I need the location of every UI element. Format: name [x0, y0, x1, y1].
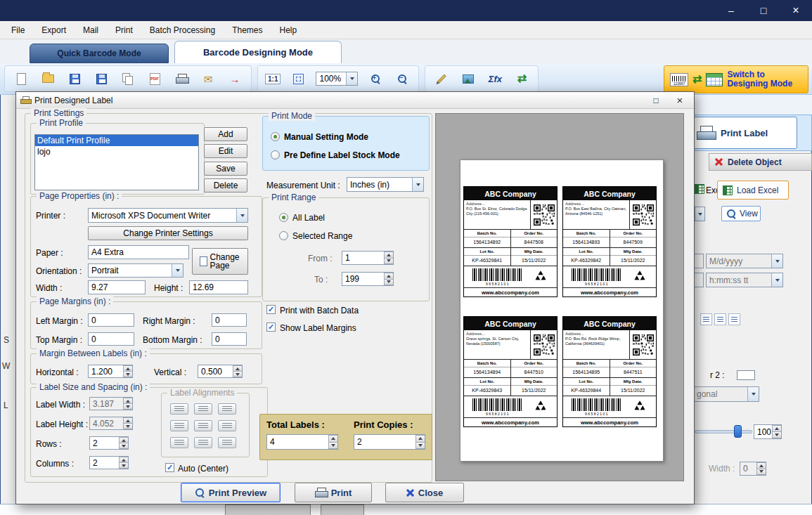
opacity-slider-track[interactable] [695, 430, 752, 433]
save-as-icon[interactable] [92, 70, 110, 88]
menu-batch-processing[interactable]: Batch Processing [141, 22, 224, 38]
swap-button[interactable]: ⇄ [513, 70, 531, 88]
slider-value-spinner[interactable]: 100 [754, 424, 782, 439]
predefine-stock-radio[interactable] [271, 150, 280, 159]
change-page-button[interactable]: Change Page [192, 248, 248, 275]
alignment-button[interactable] [194, 437, 212, 448]
slider-thumb[interactable] [734, 425, 742, 438]
alignment-button[interactable] [218, 437, 236, 448]
spinner-arrows[interactable] [123, 417, 132, 429]
email-icon[interactable]: ✉ [199, 70, 217, 88]
alignment-button[interactable] [218, 420, 236, 431]
width-spinner[interactable]: 0 [740, 462, 766, 476]
columns-spinner[interactable]: 2 [89, 456, 129, 469]
diagonal-select[interactable]: gonal [693, 386, 759, 402]
bottom-margin-field[interactable]: 0 [212, 332, 247, 346]
paper-field[interactable]: A4 Extra [88, 245, 189, 259]
menu-mail[interactable]: Mail [75, 22, 107, 38]
switch-to-designing-mode-button[interactable]: 123567 ⇄ Switch to Designing Mode [664, 65, 808, 93]
color-swatch[interactable] [737, 370, 755, 380]
load-excel-button[interactable]: Load Excel [717, 181, 789, 200]
spinner-arrows[interactable] [756, 462, 766, 475]
delete-object-button[interactable]: Delete Object [709, 153, 812, 171]
add-button[interactable]: Add [204, 127, 247, 141]
combo-stub[interactable] [695, 207, 705, 221]
menu-print[interactable]: Print [107, 22, 141, 38]
page-height-field[interactable]: 12.69 [189, 280, 248, 294]
alignment-button[interactable] [170, 437, 188, 448]
spinner-arrows[interactable] [119, 437, 128, 449]
spinner-arrows[interactable] [384, 273, 393, 285]
dialog-maximize-button[interactable]: □ [646, 93, 666, 107]
all-label-radio[interactable] [279, 213, 288, 222]
delete-button[interactable]: Delete [204, 178, 247, 193]
tab-barcode-designing-mode[interactable]: Barcode Designing Mode [174, 41, 342, 63]
selected-range-radio[interactable] [279, 231, 288, 240]
spinner-arrows[interactable] [772, 425, 781, 438]
right-margin-field[interactable]: 0 [212, 313, 247, 327]
top-margin-field[interactable]: 0 [88, 332, 134, 346]
time-format-select[interactable]: h:mm:ss tt [706, 273, 783, 287]
open-folder-icon[interactable] [39, 70, 57, 88]
to-spinner[interactable]: 199 [342, 272, 394, 286]
menu-help[interactable]: Help [271, 22, 305, 38]
pdf-export-icon[interactable]: PDF [146, 70, 164, 88]
new-document-icon[interactable] [12, 70, 30, 88]
save-icon[interactable] [65, 70, 84, 88]
zoom-out-button[interactable] [393, 70, 411, 88]
window-minimize-button[interactable]: – [715, 0, 747, 21]
list-item[interactable]: Default Print Profile [35, 135, 198, 146]
list-style-button[interactable] [700, 313, 712, 325]
spinner-arrows[interactable] [123, 365, 132, 377]
formula-button[interactable]: Σfx [486, 70, 504, 88]
manual-setting-radio[interactable] [271, 132, 280, 141]
horizontal-spinner[interactable]: 1.200 [88, 365, 133, 378]
change-printer-settings-button[interactable]: Change Printer Settings [88, 226, 248, 240]
save-button[interactable]: Save [204, 162, 247, 176]
vertical-spinner[interactable]: 0.500 [198, 365, 243, 378]
close-button[interactable]: Close [385, 483, 464, 502]
print-preview-button[interactable]: Print Preview [181, 483, 281, 502]
rows-spinner[interactable]: 2 [89, 436, 129, 450]
left-margin-field[interactable]: 0 [88, 313, 134, 327]
label-width-spinner[interactable]: 3.187 [89, 397, 133, 410]
alignment-button[interactable] [194, 420, 212, 431]
spinner-arrows[interactable] [384, 252, 393, 264]
print-copies-spinner[interactable]: 2 [354, 434, 425, 450]
edit-pencil-button[interactable] [432, 70, 451, 88]
spinner-arrows[interactable] [415, 435, 425, 449]
view-button[interactable]: View [721, 206, 761, 221]
print-profile-list[interactable]: Default Print Profile lojo [34, 134, 199, 190]
total-labels-spinner[interactable]: 4 [266, 434, 338, 450]
from-spinner[interactable]: 1 [342, 251, 394, 265]
actual-size-button[interactable]: 1:1 [265, 70, 281, 88]
show-label-margins-checkbox[interactable]: ✓ [266, 322, 276, 332]
list-style-button[interactable] [728, 313, 740, 325]
spinner-arrows[interactable] [119, 457, 128, 469]
print-with-batch-data-checkbox[interactable]: ✓ [266, 305, 276, 314]
print-icon[interactable] [172, 70, 191, 88]
spinner-arrows[interactable] [123, 398, 132, 410]
zoom-level-select[interactable]: 100% [316, 72, 358, 86]
zoom-in-button[interactable] [366, 70, 385, 88]
menu-export[interactable]: Export [33, 22, 75, 38]
auto-center-checkbox[interactable]: ✓ [165, 463, 174, 472]
alignment-button[interactable] [218, 403, 236, 415]
window-close-button[interactable]: × [780, 0, 812, 21]
spinner-arrows[interactable] [233, 365, 242, 377]
print-label-button[interactable]: Print Label [690, 117, 797, 149]
window-maximize-button[interactable]: □ [747, 0, 780, 21]
alignment-button[interactable] [194, 403, 212, 415]
alignment-button[interactable] [170, 420, 188, 431]
list-item[interactable]: lojo [35, 146, 198, 157]
menu-file[interactable]: File [3, 22, 33, 38]
menu-themes[interactable]: Themes [224, 22, 271, 38]
edit-button[interactable]: Edit [204, 144, 247, 158]
spinner-arrows[interactable] [328, 435, 337, 449]
measurement-unit-select[interactable]: Inches (in) [347, 177, 424, 192]
copy-icon[interactable] [119, 70, 137, 88]
printer-select[interactable]: Microsoft XPS Document Writer [88, 208, 248, 223]
export-icon[interactable]: → [226, 70, 244, 88]
alignment-button[interactable] [170, 403, 188, 415]
orientation-select[interactable]: Portrait [88, 263, 183, 278]
